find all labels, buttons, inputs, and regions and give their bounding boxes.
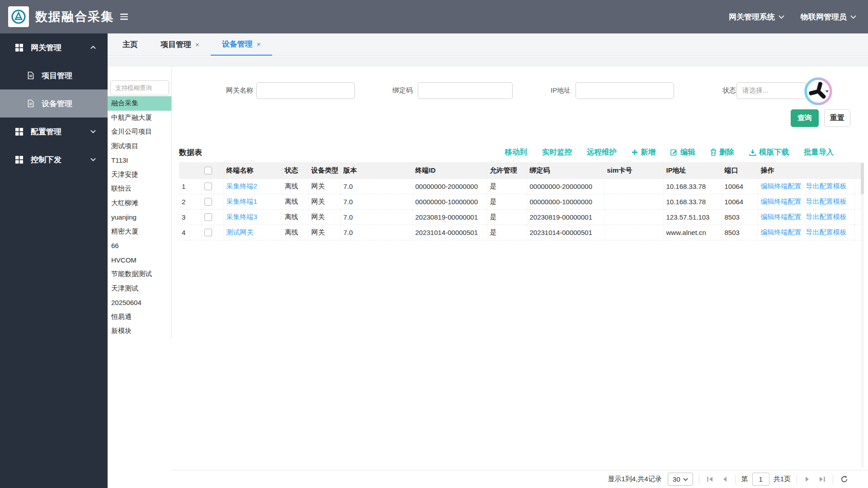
page-size-select[interactable]: 30 — [668, 473, 693, 486]
terminal-name-link[interactable]: 采集终端3 — [226, 213, 257, 221]
reset-button[interactable]: 重置 — [824, 109, 850, 127]
refresh-button[interactable] — [839, 474, 849, 484]
column-header[interactable]: 状态 — [282, 162, 308, 179]
column-header[interactable]: 设备类型 — [308, 162, 340, 179]
row-index: 4 — [179, 225, 201, 240]
project-item[interactable]: 天津安捷 — [108, 168, 171, 182]
gateway-name-input[interactable] — [256, 82, 355, 99]
toolbar-download-button[interactable]: 模版下载 — [749, 147, 789, 157]
first-page-button[interactable] — [705, 474, 715, 484]
sidebar-group-0[interactable]: 网关管理 — [0, 33, 108, 61]
menu-toggle-icon[interactable] — [120, 14, 128, 20]
header-menus: 网关管理系统 物联网管理员 — [729, 12, 856, 22]
grid-icon — [15, 128, 23, 136]
status-select[interactable]: 请选择... — [736, 82, 806, 99]
column-header[interactable]: sim卡号 — [604, 162, 663, 179]
tab-1[interactable]: 项目管理× — [149, 33, 211, 56]
export-config-template-link[interactable]: 导出配置模板 — [806, 213, 847, 221]
row-checkbox[interactable] — [204, 213, 212, 221]
project-item[interactable]: 天津测试 — [108, 282, 171, 296]
cell-device-type: 网关 — [308, 179, 340, 194]
column-header[interactable]: 版本 — [340, 162, 412, 179]
toolbar-action-button[interactable]: 移动到 — [505, 147, 528, 157]
edit-terminal-config-link[interactable]: 编辑终端配置 — [761, 228, 802, 237]
row-checkbox[interactable] — [204, 183, 212, 190]
divider — [699, 474, 699, 484]
export-config-template-link[interactable]: 导出配置模板 — [806, 197, 847, 206]
column-header[interactable]: 允许管理 — [487, 162, 527, 179]
total-pages: 共1页 — [774, 475, 791, 483]
toolbar-edit-button[interactable]: 编辑 — [670, 147, 695, 157]
cell-sim — [604, 210, 663, 225]
project-item[interactable]: 联怡云 — [108, 182, 171, 196]
ip-address-input[interactable] — [576, 82, 674, 99]
column-header[interactable]: 操作 — [758, 162, 854, 179]
column-header[interactable]: 终端ID — [412, 162, 487, 179]
project-item[interactable]: 恒易通 — [108, 310, 171, 324]
project-item[interactable]: 中航产融大厦 — [108, 111, 171, 125]
data-table-section: 数据表 移动到实时监控远程维护新增编辑删除模版下载批量导入 终端名称状态设备类型… — [179, 144, 863, 240]
select-all-checkbox[interactable] — [204, 167, 212, 174]
page-number-input[interactable] — [752, 473, 769, 486]
project-item[interactable]: yuanjing — [108, 210, 171, 225]
toolbar-button-label: 批量导入 — [804, 147, 834, 157]
toolbar-trash-button[interactable]: 删除 — [710, 147, 734, 157]
close-tab-icon[interactable]: × — [257, 40, 261, 48]
row-index: 3 — [179, 210, 201, 225]
project-item[interactable]: 金川公司项目 — [108, 125, 171, 139]
next-page-button[interactable] — [803, 474, 813, 484]
divider — [833, 474, 833, 484]
tab-label: 项目管理 — [160, 39, 191, 50]
user-menu[interactable]: 物联网管理员 — [801, 12, 856, 22]
edit-terminal-config-link[interactable]: 编辑终端配置 — [761, 182, 802, 191]
project-item[interactable]: 精密大厦 — [108, 225, 171, 239]
toolbar-plus-button[interactable]: 新增 — [632, 147, 656, 157]
terminal-name-link[interactable]: 采集终端2 — [226, 182, 257, 190]
terminal-name-link[interactable]: 采集终端1 — [226, 197, 257, 205]
project-item[interactable]: 节能数据测试 — [108, 267, 171, 282]
table-title: 数据表 — [179, 147, 202, 158]
sidebar-item-0-1[interactable]: 设备管理 — [0, 89, 108, 117]
table-scrollbar[interactable] — [861, 163, 864, 468]
column-header[interactable]: 终端名称 — [223, 162, 282, 179]
tab-0[interactable]: 主页 — [111, 33, 149, 56]
system-menu[interactable]: 网关管理系统 — [729, 12, 784, 22]
toolbar-action-button[interactable]: 批量导入 — [804, 147, 834, 157]
assistant-badge-icon[interactable] — [804, 77, 833, 106]
edit-terminal-config-link[interactable]: 编辑终端配置 — [761, 197, 802, 206]
tab-2[interactable]: 设备管理× — [211, 33, 272, 56]
sidebar-group-1[interactable]: 配置管理 — [0, 117, 108, 145]
device-table: 终端名称状态设备类型版本终端ID允许管理绑定码sim卡号IP地址端口操作1采集终… — [179, 162, 863, 240]
cell-actions: 编辑终端配置导出配置模板 — [758, 225, 854, 240]
sidebar-group-2[interactable]: 控制下发 — [0, 145, 108, 174]
binding-code-input[interactable] — [418, 82, 513, 99]
prev-page-button[interactable] — [719, 474, 729, 484]
cell-terminal-id: 20231014-00000501 — [412, 225, 487, 240]
project-item[interactable]: HVCOM — [108, 253, 171, 267]
app-logo — [8, 6, 29, 27]
project-item[interactable]: 大红柳滩 — [108, 196, 171, 211]
column-header[interactable]: 绑定码 — [527, 162, 604, 179]
close-tab-icon[interactable]: × — [195, 41, 199, 48]
query-button[interactable]: 查询 — [791, 109, 819, 127]
project-item[interactable]: 20250604 — [108, 296, 171, 310]
terminal-name-link[interactable]: 测试网关 — [226, 228, 254, 236]
project-item[interactable]: 66 — [108, 239, 171, 253]
toolbar-action-button[interactable]: 远程维护 — [587, 147, 617, 157]
toolbar-action-button[interactable]: 实时监控 — [542, 147, 572, 157]
project-item[interactable]: T113I — [108, 153, 171, 168]
last-page-button[interactable] — [817, 474, 827, 484]
column-header[interactable]: 端口 — [722, 162, 758, 179]
export-config-template-link[interactable]: 导出配置模板 — [806, 228, 847, 237]
project-item[interactable]: 融合采集 — [108, 96, 171, 111]
edit-terminal-config-link[interactable]: 编辑终端配置 — [761, 213, 802, 221]
column-header[interactable]: IP地址 — [663, 162, 722, 179]
row-checkbox[interactable] — [204, 198, 212, 206]
cell-sim — [604, 179, 663, 194]
sidebar-item-0-0[interactable]: 项目管理 — [0, 61, 108, 89]
export-config-template-link[interactable]: 导出配置模板 — [806, 182, 847, 191]
project-item[interactable]: 测试项目 — [108, 139, 171, 154]
row-checkbox[interactable] — [204, 229, 212, 236]
project-search-input[interactable] — [110, 80, 169, 95]
project-item[interactable]: 新模块 — [108, 324, 171, 338]
